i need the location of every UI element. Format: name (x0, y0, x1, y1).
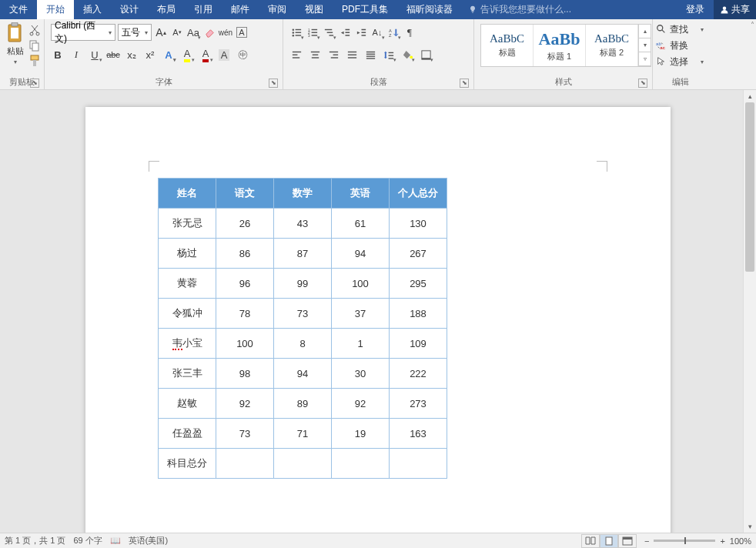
table-cell[interactable]: 92 (216, 389, 274, 419)
font-color-button[interactable]: A (199, 46, 212, 63)
subscript-button[interactable]: x₂ (125, 46, 139, 63)
view-print-button[interactable] (600, 534, 618, 548)
table-cell[interactable]: 37 (332, 299, 390, 329)
table-row[interactable]: 任盈盈737119163 (159, 419, 447, 449)
vertical-scrollbar[interactable]: ▴ ▾ (743, 90, 756, 533)
tab-review[interactable]: 审阅 (259, 0, 296, 19)
table-cell[interactable] (390, 449, 447, 479)
table-row[interactable]: 令狐冲787337188 (159, 299, 447, 329)
tab-pdftools[interactable]: PDF工具集 (333, 0, 397, 19)
table-cell[interactable]: 163 (390, 419, 447, 449)
table-cell[interactable]: 99 (274, 269, 332, 299)
style-item-heading1[interactable]: AaBb标题 1 (534, 25, 586, 66)
format-painter-icon[interactable] (28, 55, 41, 67)
table-cell[interactable]: 韦小宝 (159, 329, 216, 359)
scroll-down-arrow[interactable]: ▾ (744, 520, 756, 533)
phonetic-guide-button[interactable]: wén (219, 24, 232, 41)
table-row[interactable]: 黄蓉9699100295 (159, 269, 447, 299)
document-area[interactable]: 姓名 语文 数学 英语 个人总分 张无忌264361130杨过868794267… (0, 90, 756, 533)
shading-button[interactable] (400, 46, 414, 63)
superscript-button[interactable]: x² (143, 46, 157, 63)
clear-format-button[interactable] (202, 24, 216, 41)
style-item-heading2[interactable]: AaBbC标题 2 (586, 25, 638, 66)
copy-icon[interactable] (28, 39, 41, 52)
tab-foxit[interactable]: 福昕阅读器 (397, 0, 462, 19)
table-cell[interactable]: 8 (274, 329, 332, 359)
table-row[interactable]: 杨过868794267 (159, 239, 447, 269)
char-border-button[interactable]: A (235, 24, 249, 41)
status-spell-icon[interactable]: 📖 (110, 536, 121, 546)
zoom-out-button[interactable]: − (644, 536, 649, 546)
align-justify-button[interactable] (345, 46, 359, 63)
table-cell[interactable]: 26 (216, 209, 274, 239)
table-cell[interactable]: 1 (332, 329, 390, 359)
table-cell[interactable]: 109 (390, 329, 447, 359)
indent-inc-button[interactable] (354, 24, 368, 41)
table-cell[interactable]: 92 (332, 389, 390, 419)
text-effects-button[interactable]: A (162, 46, 176, 63)
multilevel-button[interactable] (322, 24, 336, 41)
paste-button[interactable]: 粘贴 ▾ (3, 21, 27, 65)
table-cell[interactable]: 张三丰 (159, 359, 216, 389)
table-cell[interactable]: 张无忌 (159, 209, 216, 239)
font-launcher[interactable]: ⬊ (269, 79, 278, 88)
table-cell[interactable]: 222 (390, 359, 447, 389)
table-cell[interactable]: 98 (216, 359, 274, 389)
table-cell[interactable]: 94 (332, 239, 390, 269)
styles-gallery-more[interactable]: ▴▾▿ (638, 25, 651, 66)
view-web-button[interactable] (618, 534, 637, 548)
table-row[interactable]: 科目总分 (159, 449, 447, 479)
table-cell[interactable]: 100 (216, 329, 274, 359)
table-cell[interactable]: 295 (390, 269, 447, 299)
data-table[interactable]: 姓名 语文 数学 英语 个人总分 张无忌264361130杨过868794267… (158, 178, 447, 479)
table-cell[interactable]: 96 (216, 269, 274, 299)
find-button[interactable]: 查找▾ (656, 22, 704, 36)
style-item-title[interactable]: AaBbC标题 (481, 25, 534, 66)
table-cell[interactable]: 86 (216, 239, 274, 269)
tab-design[interactable]: 设计 (111, 0, 148, 19)
table-cell[interactable]: 19 (332, 419, 390, 449)
table-cell[interactable]: 令狐冲 (159, 299, 216, 329)
clipboard-launcher[interactable]: ⬊ (30, 79, 39, 88)
table-cell[interactable]: 71 (274, 419, 332, 449)
table-cell[interactable]: 黄蓉 (159, 269, 216, 299)
status-words[interactable]: 69 个字 (73, 535, 102, 546)
shrink-font-button[interactable]: A▾ (170, 24, 184, 41)
table-cell[interactable]: 30 (332, 359, 390, 389)
zoom-level[interactable]: 100% (730, 536, 751, 546)
table-cell[interactable]: 100 (332, 269, 390, 299)
bold-button[interactable]: B (51, 46, 65, 63)
table-cell[interactable] (332, 449, 390, 479)
table-cell[interactable]: 87 (274, 239, 332, 269)
tab-insert[interactable]: 插入 (74, 0, 111, 19)
table-cell[interactable]: 61 (332, 209, 390, 239)
table-cell[interactable]: 89 (274, 389, 332, 419)
borders-button[interactable] (419, 46, 433, 63)
tell-me-search[interactable]: 告诉我您想要做什么... (462, 3, 577, 16)
table-cell[interactable]: 赵敏 (159, 389, 216, 419)
table-cell[interactable]: 科目总分 (159, 449, 216, 479)
styles-gallery[interactable]: AaBbC标题 AaBb标题 1 AaBbC标题 2 ▴▾▿ (480, 24, 651, 67)
font-name-combo[interactable]: Calibri (西文)▾ (51, 24, 115, 41)
tab-layout[interactable]: 布局 (148, 0, 185, 19)
table-row[interactable]: 韦小宝10081109 (159, 329, 447, 359)
replace-button[interactable]: abac替换 (656, 38, 704, 52)
status-page[interactable]: 第 1 页，共 1 页 (5, 535, 65, 546)
table-cell[interactable]: 267 (390, 239, 447, 269)
text-direction-button[interactable]: A↓ (370, 24, 384, 41)
tab-home[interactable]: 开始 (37, 0, 74, 19)
tab-file[interactable]: 文件 (0, 0, 37, 19)
strike-button[interactable]: abc (106, 46, 120, 63)
table-cell[interactable]: 78 (216, 299, 274, 329)
table-cell[interactable] (216, 449, 274, 479)
table-row[interactable]: 张三丰989430222 (159, 359, 447, 389)
tab-view[interactable]: 视图 (296, 0, 333, 19)
enclose-char-button[interactable]: ㊥ (236, 46, 249, 63)
table-cell[interactable]: 188 (390, 299, 447, 329)
table-cell[interactable]: 43 (274, 209, 332, 239)
italic-button[interactable]: I (69, 46, 83, 63)
char-shading-button[interactable]: A (217, 46, 231, 63)
table-cell[interactable]: 273 (390, 389, 447, 419)
table-cell[interactable]: 73 (274, 299, 332, 329)
table-cell[interactable]: 任盈盈 (159, 419, 216, 449)
